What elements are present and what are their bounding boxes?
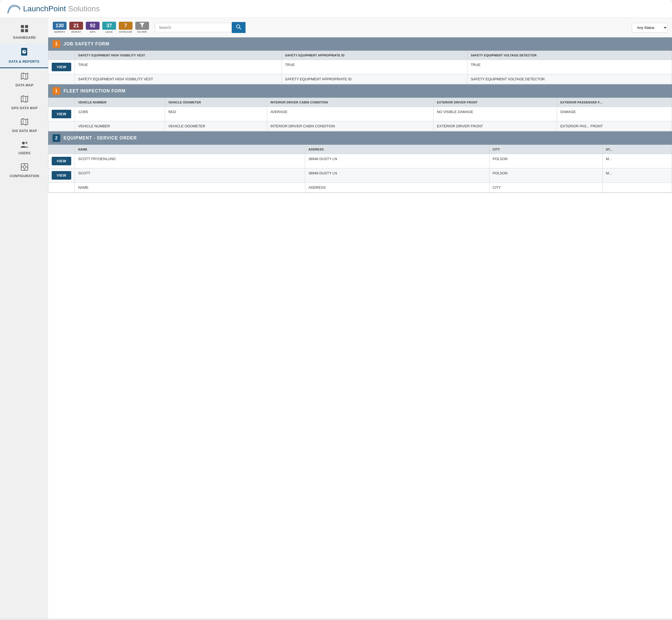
fleet-inspection-form-header: 1 FLEET INSPECTION FORM <box>48 85 672 98</box>
sidebar-label-gps-data-map: GPS DATA MAP <box>11 106 38 110</box>
gps-badge: 92 GPS <box>86 22 100 33</box>
leak-badge: 37 LEAK <box>102 22 116 33</box>
fif-row1-col1: 12365 <box>75 107 165 121</box>
sidebar-item-data-reports[interactable]: DATA & REPORTS <box>0 44 48 68</box>
jsf-footer-col3: SAFETY EQUIPMENT VOLTAGE DETECTOR <box>467 74 672 84</box>
fif-row1-col3: AVERAGE <box>267 107 434 121</box>
sidebar-label-dashboard: DASHBOARD <box>13 36 36 40</box>
view-cell-eso-2: VIEW <box>48 168 75 183</box>
sitesafe-count-button[interactable]: 7 <box>119 22 132 30</box>
eso-row2-col4: M... <box>603 168 672 183</box>
table-row-footer: VEHICLE NUMBER VEHICLE ODOMETER INTERIOR… <box>48 121 672 131</box>
table-row-footer: NAME ADDRESS CITY <box>48 183 672 193</box>
fleet-inspection-table: VEHICLE NUMBER VEHICLE ODOMETER INTERIOR… <box>48 98 672 131</box>
svg-line-16 <box>239 28 241 29</box>
filter-button[interactable] <box>135 22 149 30</box>
sidebar-item-gps-data-map[interactable]: GPS DATA MAP <box>0 91 48 114</box>
table-row: VIEW TRUE TRUE TRUE <box>48 60 672 74</box>
toolbar: 130 SURVEY 21 INVEST 92 GPS 37 LEAK 7 SI… <box>48 18 672 38</box>
th-fif-col1: VEHICLE NUMBER <box>75 98 165 107</box>
logo-arc-icon <box>7 3 20 14</box>
svg-rect-3 <box>25 29 28 32</box>
jsf-row1-col2: TRUE <box>282 60 467 74</box>
job-safety-form-number: 1 <box>53 40 60 48</box>
view-button-eso-2[interactable]: VIEW <box>52 171 71 179</box>
fif-footer-col3: INTERIOR DRIVER CABIN CONDITION <box>267 121 434 131</box>
invest-count-button[interactable]: 21 <box>69 22 83 30</box>
eso-row2-col3: POLSON <box>489 168 603 183</box>
th-jsf-col2: SAFETY EQUIPMENT APPROPRIATE ID <box>282 51 467 60</box>
sidebar-item-data-map[interactable]: DATA MAP <box>0 68 48 91</box>
view-button-fleet[interactable]: VIEW <box>52 110 71 118</box>
fif-footer-col2: VEHICLE ODOMETER <box>165 121 267 131</box>
fif-footer-col1: VEHICLE NUMBER <box>75 121 165 131</box>
svg-rect-1 <box>25 25 28 28</box>
survey-badge: 130 SURVEY <box>53 22 67 33</box>
table-row: VIEW SCOTT 38946 DUSTY LN POLSON M... <box>48 168 672 183</box>
th-fif-col4: EXTERIOR DRIVER FRONT <box>433 98 557 107</box>
fif-row1-col4: NO VISIBLE DAMAGE <box>433 107 557 121</box>
leak-label: LEAK <box>106 31 113 33</box>
app-title: LaunchPoint Solutions <box>23 4 100 13</box>
sidebar: DASHBOARD DATA & REPORTS D <box>0 18 48 619</box>
jsf-footer-col2: SAFETY EQUIPMENT APPROPRIATE ID <box>282 74 467 84</box>
configuration-icon <box>20 163 29 173</box>
equipment-service-table: NAME ADDRESS CITY ST... VIEW SCOTT FRYDE… <box>48 145 672 193</box>
th-eso-col3: CITY <box>489 145 603 154</box>
job-safety-form-section: 1 JOB SAFETY FORM SAFETY EQUIPMENT HIGH … <box>48 38 672 85</box>
svg-point-6 <box>22 142 25 144</box>
eso-footer-empty <box>48 183 75 193</box>
filter-badge: FILTER <box>135 22 149 33</box>
sidebar-item-gis-data-map[interactable]: GIS DATA MAP <box>0 114 48 137</box>
eso-footer-col2: ADDRESS <box>305 183 489 193</box>
fleet-inspection-form-number: 1 <box>53 87 60 95</box>
table-row: VIEW 12365 5632 AVERAGE NO VISIBLE DAMAG… <box>48 107 672 121</box>
search-container <box>155 22 627 33</box>
search-button[interactable] <box>232 22 245 33</box>
main-content: 130 SURVEY 21 INVEST 92 GPS 37 LEAK 7 SI… <box>48 18 672 619</box>
footer-empty <box>48 74 75 84</box>
eso-row1-col1: SCOTT FRYDENLUND <box>75 154 305 168</box>
th-empty-1 <box>48 51 75 60</box>
gps-map-icon <box>20 95 29 105</box>
th-jsf-col3: SAFETY EQUIPMENT VOLTAGE DETECTOR <box>467 51 672 60</box>
view-button[interactable]: VIEW <box>52 63 71 71</box>
eso-row2-col2: 38946 DUSTY LN <box>305 168 489 183</box>
equipment-service-order-title: EQUIPMENT - SERVICE ORDER <box>63 136 137 141</box>
svg-rect-0 <box>21 25 24 28</box>
th-eso-col4: ST... <box>603 145 672 154</box>
sidebar-item-configuration[interactable]: CONFIGURATION <box>0 159 48 182</box>
sidebar-item-users[interactable]: USERS <box>0 137 48 159</box>
sitesafe-label: SITESAFE <box>119 31 132 33</box>
sidebar-item-dashboard[interactable]: DASHBOARD <box>0 20 48 44</box>
sidebar-label-gis-data-map: GIS DATA MAP <box>12 129 37 133</box>
fif-row1-col5: DAMAGE <box>557 107 672 121</box>
leak-count-button[interactable]: 37 <box>102 22 116 30</box>
view-button-eso-1[interactable]: VIEW <box>52 157 71 165</box>
sidebar-label-users: USERS <box>18 151 31 155</box>
sidebar-label-data-map: DATA MAP <box>15 83 33 87</box>
survey-count-button[interactable]: 130 <box>53 22 66 30</box>
svg-point-9 <box>23 166 26 168</box>
svg-point-7 <box>25 142 27 144</box>
gps-count-button[interactable]: 92 <box>86 22 100 30</box>
th-eso-col2: ADDRESS <box>305 145 489 154</box>
th-fif-col2: VEHICLE ODOMETER <box>165 98 267 107</box>
main-container: DASHBOARD DATA & REPORTS D <box>0 18 672 619</box>
status-select[interactable]: Any Status Active Inactive Pending <box>632 23 668 33</box>
search-input[interactable] <box>155 23 232 32</box>
equipment-service-order-section: 2 EQUIPMENT - SERVICE ORDER NAME ADDRESS… <box>48 132 672 193</box>
data-map-icon <box>20 72 29 82</box>
eso-row1-col3: POLSON <box>489 154 603 168</box>
data-reports-icon <box>20 47 28 59</box>
th-empty-3 <box>48 145 75 154</box>
eso-row1-col4: M... <box>603 154 672 168</box>
equipment-service-order-number: 2 <box>53 134 60 142</box>
sidebar-label-configuration: CONFIGURATION <box>10 174 39 178</box>
th-fif-col3: INTERIOR DRIVER CABIN CONDITION <box>267 98 434 107</box>
view-cell-fleet: VIEW <box>48 107 75 121</box>
filter-label: FILTER <box>137 31 147 33</box>
svg-rect-2 <box>21 29 24 32</box>
table-row-footer: SAFETY EQUIPMENT HIGH VISIBILITY VEST SA… <box>48 74 672 84</box>
gis-map-icon <box>20 118 29 128</box>
